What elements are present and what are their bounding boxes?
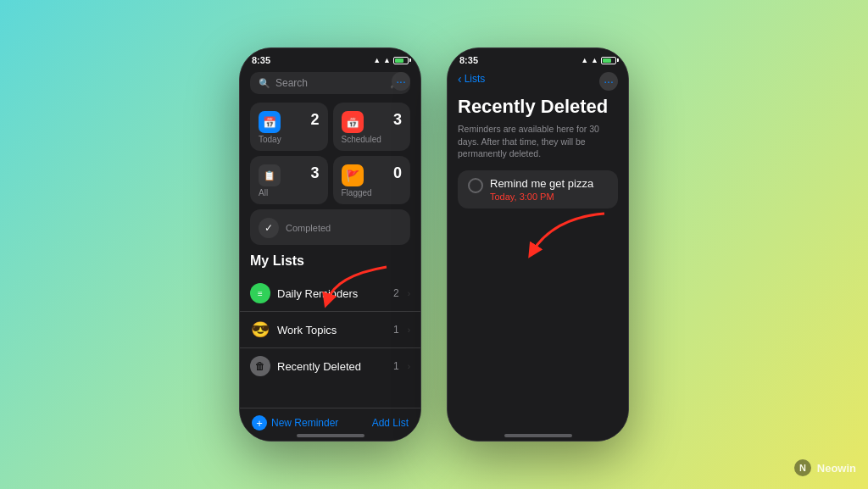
flagged-label: Flagged <box>342 188 403 197</box>
wifi-icon-2: ▲ <box>591 56 598 64</box>
add-reminder-icon: + <box>252 415 267 431</box>
battery-icon <box>393 57 409 64</box>
arrow-annotation-2 <box>520 205 621 264</box>
all-icon: 📋 <box>259 164 281 186</box>
neowin-logo-icon: N <box>793 458 812 477</box>
flagged-count: 0 <box>393 164 402 182</box>
add-list-button[interactable]: Add List <box>372 417 409 429</box>
scheduled-count: 3 <box>393 111 402 129</box>
new-reminder-button[interactable]: + New Reminder <box>252 415 338 431</box>
signal-icon-2: ▲ <box>581 56 588 64</box>
phones-container: 8:35 ▲ ▲ ··· 🔍 Search 🎤 <box>239 47 629 442</box>
scheduled-icon: 📅 <box>342 111 364 133</box>
recently-deleted-count: 1 <box>393 360 399 372</box>
page-content: Recently Deleted Reminders are available… <box>448 96 628 160</box>
lists-container: ≡ Daily Reminders 2 › 😎 Work Topics 1 › <box>240 275 420 384</box>
neowin-watermark: N Neowin <box>793 458 856 477</box>
work-topics-name: Work Topics <box>277 324 387 336</box>
list-item-recently-deleted[interactable]: 🗑 Recently Deleted 1 › <box>240 348 420 384</box>
ellipsis-icon: ··· <box>396 75 406 88</box>
daily-reminders-count: 2 <box>393 287 399 299</box>
page-title: Recently Deleted <box>458 96 618 118</box>
work-topics-icon: 😎 <box>250 320 270 340</box>
home-indicator-1 <box>240 434 420 437</box>
phone-2: 8:35 ▲ ▲ ‹ Lists ··· <box>447 47 629 442</box>
search-bar[interactable]: 🔍 Search 🎤 <box>250 72 410 94</box>
svg-text:N: N <box>799 463 806 473</box>
search-icon: 🔍 <box>259 78 270 89</box>
stat-card-scheduled[interactable]: 📅 3 Scheduled <box>333 103 411 151</box>
flagged-icon: 🚩 <box>342 164 364 186</box>
scheduled-label: Scheduled <box>342 135 403 144</box>
recently-deleted-icon: 🗑 <box>250 356 270 376</box>
signal-icon: ▲ <box>373 56 381 64</box>
reminder-checkbox[interactable] <box>468 178 483 193</box>
daily-reminders-name: Daily Reminders <box>277 287 387 300</box>
status-icons-2: ▲ ▲ <box>581 56 616 64</box>
list-item-work-topics[interactable]: 😎 Work Topics 1 › <box>240 312 420 348</box>
back-label: Lists <box>465 73 486 85</box>
daily-reminders-chevron: › <box>408 289 410 298</box>
all-label: All <box>259 188 320 197</box>
reminder-text: Remind me get pizza <box>490 177 593 190</box>
completed-label: Completed <box>286 223 331 233</box>
stats-grid: 📅 2 Today 📅 3 Scheduled 📋 <box>250 103 410 204</box>
neowin-text: Neowin <box>817 462 856 475</box>
recently-deleted-chevron: › <box>408 362 410 371</box>
reminder-time: Today, 3:00 PM <box>490 192 593 202</box>
reminder-content: Remind me get pizza Today, 3:00 PM <box>490 177 593 202</box>
status-time-2: 8:35 <box>459 55 478 65</box>
battery-fill <box>395 58 403 63</box>
stat-card-today[interactable]: 📅 2 Today <box>250 103 328 151</box>
my-lists-header: My Lists <box>250 253 410 269</box>
completed-check-icon: ✓ <box>259 218 279 238</box>
wifi-icon: ▲ <box>383 56 391 64</box>
daily-reminders-icon: ≡ <box>250 283 270 303</box>
back-button[interactable]: ‹ Lists <box>458 72 618 86</box>
status-time-1: 8:35 <box>252 55 270 65</box>
phone-1: 8:35 ▲ ▲ ··· 🔍 Search 🎤 <box>239 47 421 442</box>
work-topics-chevron: › <box>408 325 410 335</box>
today-count: 2 <box>310 111 319 129</box>
ellipsis-icon-2: ··· <box>604 75 614 88</box>
completed-card[interactable]: ✓ Completed <box>250 209 410 245</box>
menu-button-2[interactable]: ··· <box>599 72 618 91</box>
phone-2-screen: 8:35 ▲ ▲ ‹ Lists ··· <box>448 48 628 441</box>
search-placeholder: Search <box>275 77 308 89</box>
all-count: 3 <box>310 164 319 182</box>
status-bar-1: 8:35 ▲ ▲ <box>240 48 420 69</box>
recently-deleted-name: Recently Deleted <box>277 360 387 373</box>
today-icon: 📅 <box>259 111 281 133</box>
battery-icon-2 <box>601 57 616 64</box>
work-topics-count: 1 <box>393 324 399 336</box>
stat-card-all[interactable]: 📋 3 All <box>250 156 328 204</box>
home-indicator-2 <box>448 434 628 437</box>
reminder-list: Remind me get pizza Today, 3:00 PM <box>458 170 618 208</box>
stat-card-flagged[interactable]: 🚩 0 Flagged <box>333 156 411 204</box>
menu-button-1[interactable]: ··· <box>392 72 410 91</box>
status-bar-2: 8:35 ▲ ▲ <box>448 48 628 69</box>
today-label: Today <box>259 135 320 144</box>
back-chevron-icon: ‹ <box>458 72 462 86</box>
reminder-item-pizza[interactable]: Remind me get pizza Today, 3:00 PM <box>458 170 618 208</box>
new-reminder-label: New Reminder <box>271 417 338 429</box>
status-icons-1: ▲ ▲ <box>373 56 409 64</box>
battery-fill-2 <box>603 58 611 63</box>
list-item-daily-reminders[interactable]: ≡ Daily Reminders 2 › <box>240 275 420 312</box>
phone-1-screen: 8:35 ▲ ▲ ··· 🔍 Search 🎤 <box>240 48 420 441</box>
page-description: Reminders are available here for 30 days… <box>458 123 618 160</box>
